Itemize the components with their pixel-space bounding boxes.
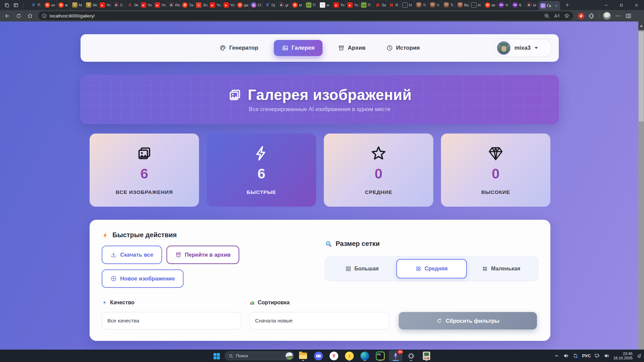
grid-size-option[interactable]: Маленькая [467,259,536,278]
browser-tab[interactable]: АЭк [126,0,139,10]
action-button[interactable]: Перейти в архив [166,246,239,264]
zoom-in-icon[interactable] [544,13,550,19]
page-scrollbar[interactable] [638,21,644,350]
browser-profile-avatar[interactable] [603,12,611,20]
minimize-button[interactable] [599,0,614,10]
browser-tab[interactable]: ≡Эл [194,0,208,10]
address-bar[interactable]: localhost:8000/gallery/ [38,11,573,20]
browser-tab[interactable]: Якн [43,0,57,10]
browser-tab[interactable]: ▶Yo [139,0,153,10]
extensions-icon[interactable] [588,13,595,19]
stat-card[interactable]: 0СРЕДНИЕ [324,134,433,207]
browser-tab[interactable]: ▶Yo [98,0,112,10]
browser-tab[interactable]: ▲М [70,0,84,10]
grid-size-option[interactable]: Большая [328,259,396,278]
close-button[interactable] [629,0,644,10]
site-info-icon[interactable] [42,13,47,18]
browser-tab[interactable]: ЯЯ [387,0,401,10]
browser-tab[interactable]: Agr [277,0,291,10]
taskbar-app-yandex-music[interactable]: ♪ [343,350,356,361]
more-options-icon[interactable] [615,13,621,19]
taskbar-search[interactable]: Поиск [225,351,294,360]
taskbar-app-yandex-browser[interactable]: Y [327,350,341,361]
browser-tab[interactable]: Ва [456,0,469,10]
stat-card[interactable]: 6ВСЕ ИЗОБРАЖЕНИЯ [90,134,199,207]
browser-tab[interactable]: Ti [414,0,428,10]
taskbar-app-file-explorer[interactable] [296,350,310,361]
browser-tab[interactable]: ▶Yo [222,0,236,10]
volume-icon[interactable] [563,353,569,359]
browser-tab[interactable]: ▪Н [469,0,483,10]
close-tab-icon[interactable] [554,4,558,8]
browser-tab[interactable]: ≡w [318,0,332,10]
user-menu[interactable]: mixa3 [494,39,552,57]
browser-tab[interactable]: wbБ [511,0,525,10]
taskbar-app-pycharm[interactable]: PC [374,350,387,361]
scrollbar-thumb[interactable] [639,32,644,121]
home-button[interactable] [26,11,34,20]
workspaces-icon[interactable] [13,2,19,8]
browser-tab[interactable]: П [359,0,373,10]
clock[interactable]: 23:45 18.10.2025 [613,352,633,360]
url-text[interactable]: localhost:8000/gallery/ [50,13,541,18]
taskbar-app-retro-console[interactable] [420,350,433,361]
volume-icon[interactable] [604,353,609,359]
stat-card[interactable]: 6БЫСТРЫЕ [207,134,316,207]
tray-expand-icon[interactable] [554,353,559,359]
browser-tab[interactable]: П [304,0,318,10]
taskbar-app-discord[interactable] [312,350,325,361]
refresh-button[interactable] [14,11,23,20]
start-button[interactable] [210,350,222,361]
browser-tab[interactable]: ▪Н [401,0,414,10]
browser-tab[interactable]: wbЧ [497,0,511,10]
browser-tab[interactable]: ▶Yo [153,0,167,10]
back-button[interactable] [3,11,11,20]
browser-tab[interactable]: ЯТа [181,0,194,10]
taskbar-app-settings[interactable] [404,350,418,361]
browser-tab[interactable]: Ч [428,0,442,10]
maximize-button[interactable] [614,0,629,10]
browser-tab[interactable]: AC [112,0,126,10]
sidebar-icon[interactable] [625,13,632,19]
browser-tab[interactable]: ▶Yo [332,0,346,10]
browser-tab[interactable]: VDj [263,0,277,10]
browser-tab[interactable]: AiCl [249,0,263,10]
nav-item-архив[interactable]: Архив [333,40,371,56]
stat-card[interactable]: 0ВЫСОКИЕ [441,134,550,207]
taskbar-app-generator-app[interactable]: .02 [389,350,402,361]
browser-tab[interactable]: ▶Yo [346,0,359,10]
notification-bell-icon[interactable] [636,353,642,359]
browser-tab[interactable]: Явк [483,0,497,10]
browser-tab[interactable]: ЯЗа [373,0,387,10]
quality-select[interactable]: Все качества [102,312,242,329]
weather-widget-icon[interactable] [286,352,293,360]
action-button[interactable]: Новое изображение [102,269,184,288]
browser-tab[interactable]: Ям [57,0,70,10]
action-button[interactable]: Скачать все [102,246,162,264]
nav-item-генератор[interactable]: Генератор [214,40,264,56]
display-icon[interactable] [594,353,600,359]
favorite-star-icon[interactable] [564,13,570,19]
reset-filters-button[interactable]: Сбросить фильтры [399,312,537,329]
browser-tab[interactable]: VП [29,0,43,10]
grid-size-option[interactable]: Средняя [396,259,466,278]
read-aloud-icon[interactable] [554,13,560,19]
scroll-up-button[interactable] [638,21,644,30]
taskbar-app-edge[interactable] [358,350,371,361]
browser-tab[interactable]: AЫ [525,0,538,10]
sync-icon[interactable] [573,353,578,359]
copy-tabs-icon[interactable] [4,2,10,8]
sort-select[interactable]: Сначала новые [249,312,389,329]
adblock-icon[interactable] [578,13,584,19]
browser-tab[interactable]: ARe [167,0,181,10]
language-indicator[interactable]: РУС [582,353,591,358]
new-tab-button[interactable] [563,1,572,9]
nav-item-галерея[interactable]: Галерея [274,40,323,56]
browser-tab[interactable]: Ti [442,0,456,10]
active-tab[interactable]: Га [539,1,560,10]
browser-tab[interactable]: ▶Yo [208,0,222,10]
nav-item-история[interactable]: История [381,40,425,56]
browser-tab[interactable]: ▲Як [84,0,98,10]
browser-tab[interactable]: Яel [291,0,304,10]
browser-tab[interactable]: Яди [236,0,249,10]
